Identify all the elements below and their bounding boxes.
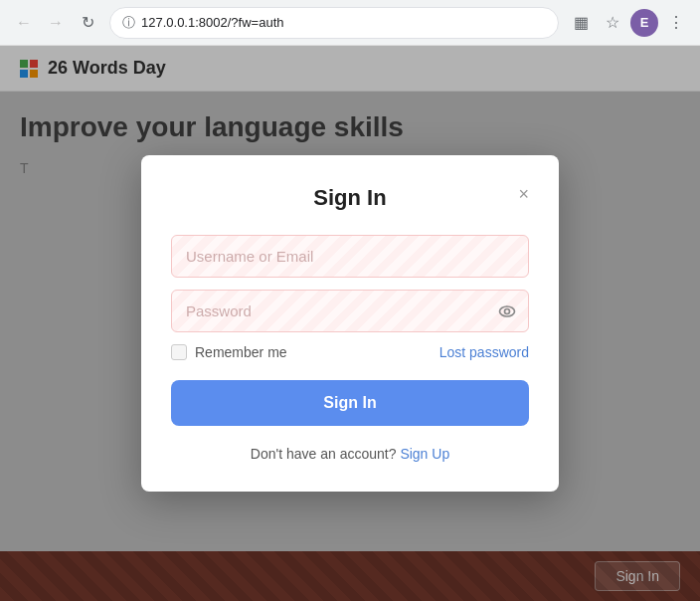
- browser-toolbar: ← → ↻ ⓘ 127.0.0.1:8002/?fw=auth ▦ ☆ E ⋮: [0, 0, 700, 46]
- username-input[interactable]: [171, 235, 529, 278]
- forward-button[interactable]: →: [42, 9, 70, 37]
- modal-close-button[interactable]: ×: [518, 185, 529, 203]
- modal-header: Sign In ×: [171, 185, 529, 211]
- profile-avatar[interactable]: E: [630, 9, 658, 37]
- modal-title: Sign In: [313, 185, 386, 211]
- password-group: [171, 290, 529, 332]
- page-background: 26 Words Day Improve your language skill…: [0, 46, 700, 601]
- menu-button[interactable]: ⋮: [662, 9, 690, 37]
- address-bar[interactable]: ⓘ 127.0.0.1:8002/?fw=auth: [109, 7, 559, 39]
- reload-button[interactable]: ↻: [74, 9, 101, 37]
- form-options-row: Remember me Lost password: [171, 344, 529, 360]
- svg-point-0: [500, 306, 515, 316]
- signup-link[interactable]: Sign Up: [400, 446, 449, 462]
- browser-chrome: ← → ↻ ⓘ 127.0.0.1:8002/?fw=auth ▦ ☆ E ⋮: [0, 0, 700, 46]
- lost-password-link[interactable]: Lost password: [439, 344, 529, 360]
- signin-modal: Sign In ×: [141, 155, 559, 492]
- username-input-wrapper: [171, 235, 529, 278]
- nav-buttons: ← → ↻: [10, 9, 101, 37]
- cast-button[interactable]: ▦: [567, 9, 595, 37]
- bookmark-button[interactable]: ☆: [599, 9, 626, 37]
- url-text: 127.0.0.1:8002/?fw=auth: [141, 15, 546, 30]
- signin-button[interactable]: Sign In: [171, 380, 529, 426]
- svg-point-1: [505, 308, 510, 313]
- password-input[interactable]: [171, 290, 529, 332]
- lock-icon: ⓘ: [122, 14, 135, 32]
- modal-overlay: Sign In ×: [0, 46, 700, 601]
- browser-actions: ▦ ☆ E ⋮: [567, 9, 690, 37]
- password-input-wrapper: [171, 290, 529, 332]
- password-toggle-button[interactable]: [497, 301, 517, 321]
- remember-me-text: Remember me: [195, 344, 287, 360]
- username-group: [171, 235, 529, 278]
- signup-row: Don't have an account? Sign Up: [171, 446, 529, 462]
- remember-me-label[interactable]: Remember me: [171, 344, 287, 360]
- remember-checkbox[interactable]: [171, 344, 187, 360]
- back-button[interactable]: ←: [10, 9, 38, 37]
- signup-text: Don't have an account?: [251, 446, 397, 462]
